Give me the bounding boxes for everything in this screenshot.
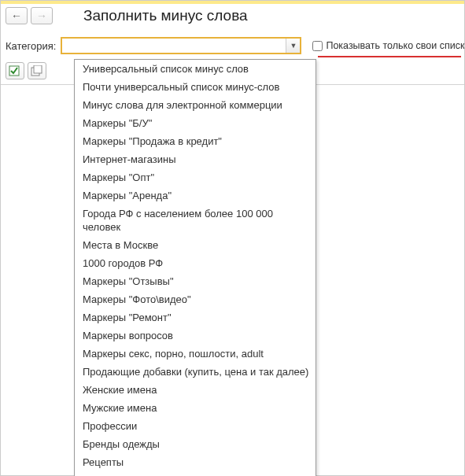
own-lists-checkbox[interactable] bbox=[312, 41, 323, 51]
category-input[interactable] bbox=[62, 39, 286, 53]
category-dropdown-button[interactable]: ▼ bbox=[286, 39, 300, 53]
dropdown-item[interactable]: Мужские имена bbox=[75, 399, 316, 417]
dropdown-item[interactable]: Интернет-магазины bbox=[75, 150, 316, 168]
dropdown-item[interactable]: Универсальный список минус слов bbox=[75, 60, 316, 78]
arrow-right-icon: → bbox=[36, 9, 47, 22]
dropdown-item[interactable]: Почти универсальный список минус-слов bbox=[75, 78, 316, 96]
uncheck-all-icon bbox=[31, 65, 43, 76]
uncheck-all-button[interactable] bbox=[28, 62, 46, 79]
dropdown-item[interactable]: Маркеры "Отзывы" bbox=[75, 272, 316, 290]
svg-rect-2 bbox=[34, 65, 42, 73]
dropdown-item[interactable]: Маркеры "Аренда" bbox=[75, 186, 316, 205]
own-lists-label: Показывать только свои списки bbox=[326, 40, 465, 51]
dropdown-item[interactable]: Профессии bbox=[75, 417, 316, 435]
dropdown-item[interactable]: Бренды одежды bbox=[75, 435, 316, 453]
category-combobox[interactable]: ▼ bbox=[61, 37, 301, 54]
dropdown-item[interactable]: Продающие добавки (купить, цена и так да… bbox=[75, 363, 316, 381]
category-label: Категория: bbox=[6, 40, 56, 52]
dropdown-item[interactable]: Маркеры "Продажа в кредит" bbox=[75, 132, 316, 150]
dropdown-item[interactable]: Маркеры "Опт" bbox=[75, 168, 316, 186]
dropdown-item[interactable]: 1000 городов РФ bbox=[75, 254, 316, 272]
highlight-underline bbox=[318, 56, 461, 57]
page-title: Заполнить минус слова bbox=[83, 7, 248, 24]
forward-button[interactable]: → bbox=[31, 7, 53, 24]
dropdown-item[interactable]: Женские имена bbox=[75, 381, 316, 399]
dropdown-item[interactable]: Маркеры вопросов bbox=[75, 327, 316, 345]
dropdown-item[interactable]: Места в Москве bbox=[75, 236, 316, 254]
check-all-icon bbox=[9, 65, 21, 76]
back-button[interactable]: ← bbox=[6, 7, 28, 24]
chevron-down-icon: ▼ bbox=[290, 42, 297, 50]
dropdown-item[interactable]: Города РФ с населением более 100 000 чел… bbox=[75, 205, 316, 236]
dropdown-item[interactable]: CMS (создание сайтов) bbox=[75, 471, 316, 476]
nav-toolbar: ← → Заполнить минус слова bbox=[1, 4, 464, 24]
dropdown-item[interactable]: Рецепты bbox=[75, 453, 316, 471]
dropdown-item[interactable]: Маркеры "Фото\видео" bbox=[75, 290, 316, 308]
dropdown-item[interactable]: Маркеры "Б/У" bbox=[75, 114, 316, 132]
category-dropdown: Универсальный список минус словПочти уни… bbox=[74, 59, 316, 476]
own-lists-checkbox-wrap[interactable]: Показывать только свои списки bbox=[312, 40, 465, 51]
arrow-left-icon: ← bbox=[11, 9, 22, 22]
dropdown-item[interactable]: Маркеры секс, порно, пошлости, adult bbox=[75, 345, 316, 363]
category-row: Категория: ▼ Показывать только свои спис… bbox=[1, 24, 464, 57]
check-all-button[interactable] bbox=[6, 62, 24, 79]
dropdown-item[interactable]: Маркеры "Ремонт" bbox=[75, 308, 316, 327]
dropdown-item[interactable]: Минус слова для электронной коммерции bbox=[75, 96, 316, 114]
